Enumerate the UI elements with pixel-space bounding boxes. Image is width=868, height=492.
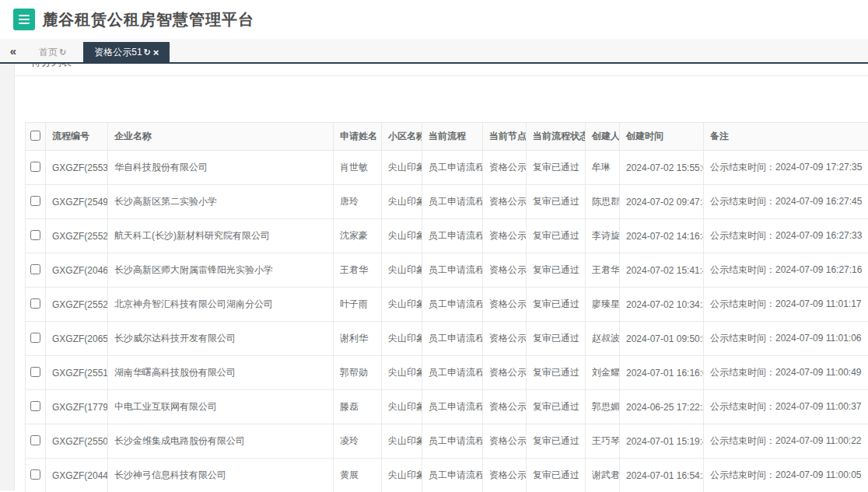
row-select-cell [26,356,46,390]
table-row[interactable]: GXGZF(25512) 湖南华曙高科技股份有限公司 郭帮勋 尖山印象 员工申请… [26,356,868,390]
cell-current-flow: 员工申请流程 [422,356,483,390]
cell-process-id: GXGZF(25533) [46,151,108,185]
cell-company-name: 长沙高新区师大附属雷锋阳光实验小学 [108,253,334,288]
column-header: 流程编号 [46,123,108,151]
row-checkbox[interactable] [30,230,40,240]
cell-process-id: GXGZF(17795) [46,390,108,424]
tab-home-label: 首页 [39,46,58,59]
cell-created-time: 2024-07-01 09:50:51 [620,322,704,356]
row-select-cell [26,253,46,288]
cell-community-name: 尖山印象 [382,253,422,288]
row-checkbox[interactable] [30,401,40,411]
cell-creator: 陈思郡 [586,185,620,219]
table-row[interactable]: GXGZF(25507) 长沙金维集成电路股份有限公司 凌玲 尖山印象 员工申请… [26,424,868,459]
refresh-icon[interactable]: ↻ [144,47,151,58]
cell-current-node: 资格公示 [483,459,527,492]
content-area: 得分列表 流程编号企业名称申请姓名小区名称当前流程当前节点当前流程状态创建人创建… [0,64,868,490]
page-title: 麓谷租赁公租房智慧管理平台 [42,9,254,30]
tab-home[interactable]: 首页 ↻ [28,42,77,62]
table-row[interactable]: GXGZF(20460) 长沙高新区师大附属雷锋阳光实验小学 王君华 尖山印象 … [26,253,868,288]
column-header: 创建时间 [620,123,704,151]
table-row[interactable]: GXGZF(17795) 中电工业互联网有限公司 滕磊 尖山印象 员工申请流程 … [26,390,868,424]
results-table: 流程编号企业名称申请姓名小区名称当前流程当前节点当前流程状态创建人创建时间备注 … [25,122,868,492]
cell-current-node: 资格公示 [483,151,527,185]
cell-process-id: GXGZF(20460) [46,253,108,288]
cell-applicant-name: 唐玲 [334,185,382,219]
tab-qualification-publicity[interactable]: 资格公示51 ↻ × [83,42,170,62]
tab-bar: « 首页 ↻ 资格公示51 ↻ × [0,39,868,64]
cell-applicant-name: 郭帮勋 [334,356,382,390]
table-row[interactable]: GXGZF(25524) 北京神舟智汇科技有限公司湖南分公司 叶子雨 尖山印象 … [26,288,868,322]
cell-current-node: 资格公示 [483,253,527,288]
row-checkbox[interactable] [30,162,40,172]
column-header: 当前流程 [422,123,483,151]
cell-creator: 李诗旋 [586,219,620,253]
cell-current-flow: 员工申请流程 [422,459,483,492]
cell-remark: 公示结束时间：2024-07-09 17:27:35 [704,151,868,185]
cell-company-name: 北京神舟智汇科技有限公司湖南分公司 [108,288,334,322]
cell-company-name: 湖南华曙高科技股份有限公司 [108,356,334,390]
row-checkbox[interactable] [30,333,40,343]
cell-community-name: 尖山印象 [382,219,422,253]
table-row[interactable]: GXGZF(20652) 长沙威尔达科技开发有限公司 谢利华 尖山印象 员工申请… [26,322,868,356]
cell-creator: 廖臻星 [586,288,620,322]
cell-creator: 王君华 [586,253,620,288]
select-all-checkbox[interactable] [30,131,40,141]
row-select-cell [26,185,46,219]
cell-flow-status: 复审已通过 [527,390,586,424]
cell-process-id: GXGZF(25491) [46,185,108,219]
column-header: 创建人 [586,123,620,151]
table-row[interactable]: GXGZF(20445) 长沙神弓信息科技有限公司 黄展 尖山印象 员工申请流程… [26,459,868,492]
table-row[interactable]: GXGZF(25533) 华自科技股份有限公司 肖世敏 尖山印象 员工申请流程 … [26,151,868,185]
cell-current-node: 资格公示 [483,356,527,390]
cell-created-time: 2024-07-02 14:16:45 [620,219,704,253]
column-header: 企业名称 [108,123,334,151]
cell-flow-status: 复审已通过 [527,424,586,459]
panel-heading-divider [15,75,868,76]
row-select-cell [26,151,46,185]
cell-creator: 谢武君 [586,459,620,492]
cell-company-name: 中电工业互联网有限公司 [108,390,334,424]
table-body: GXGZF(25533) 华自科技股份有限公司 肖世敏 尖山印象 员工申请流程 … [26,151,868,492]
row-checkbox[interactable] [30,264,40,274]
cell-community-name: 尖山印象 [382,288,422,322]
cell-flow-status: 复审已通过 [527,459,586,492]
cell-flow-status: 复审已通过 [527,356,586,390]
row-checkbox[interactable] [30,469,40,480]
close-tab-icon[interactable]: × [153,47,159,58]
hamburger-menu-icon[interactable] [13,9,35,30]
cell-applicant-name: 黄展 [334,459,382,492]
table-row[interactable]: GXGZF(25491) 长沙高新区第二实验小学 唐玲 尖山印象 员工申请流程 … [26,185,868,219]
refresh-icon[interactable]: ↻ [59,47,66,58]
row-select-cell [26,219,46,253]
cell-remark: 公示结束时间：2024-07-09 11:00:05 [704,459,868,492]
cell-applicant-name: 谢利华 [334,322,382,356]
cell-flow-status: 复审已通过 [527,185,586,219]
cell-flow-status: 复审已通过 [527,322,586,356]
row-checkbox[interactable] [30,298,40,309]
cell-created-time: 2024-07-02 10:34:20 [620,288,704,322]
cell-creator: 王巧琴 [586,424,620,459]
cell-flow-status: 复审已通过 [527,253,586,288]
cell-company-name: 长沙高新区第二实验小学 [108,185,334,219]
cell-company-name: 长沙威尔达科技开发有限公司 [108,322,334,356]
cell-company-name: 航天科工(长沙)新材料研究院有限公司 [108,219,334,253]
cell-created-time: 2024-07-01 16:54:28 [620,459,704,492]
collapsed-sidebar-strip [0,64,15,490]
table-row[interactable]: GXGZF(25527) 航天科工(长沙)新材料研究院有限公司 沈家豪 尖山印象… [26,219,868,253]
cell-applicant-name: 叶子雨 [334,288,382,322]
cell-created-time: 2024-06-25 17:22:20 [620,390,704,424]
cell-remark: 公示结束时间：2024-07-09 16:27:33 [704,219,868,253]
cell-remark: 公示结束时间：2024-07-09 11:00:22 [704,424,868,459]
collapse-tabs-icon[interactable]: « [0,39,26,62]
cell-created-time: 2024-07-01 16:16:01 [620,356,704,390]
cell-creator: 牟琳 [586,151,620,185]
cell-applicant-name: 王君华 [334,253,382,288]
row-checkbox[interactable] [30,367,40,377]
cell-creator: 刘金耀 [586,356,620,390]
cell-company-name: 长沙神弓信息科技有限公司 [108,459,334,492]
cell-created-time: 2024-07-02 15:41:46 [620,253,704,288]
row-checkbox[interactable] [30,435,40,445]
column-header: 当前流程状态 [527,123,586,151]
row-checkbox[interactable] [30,196,40,206]
